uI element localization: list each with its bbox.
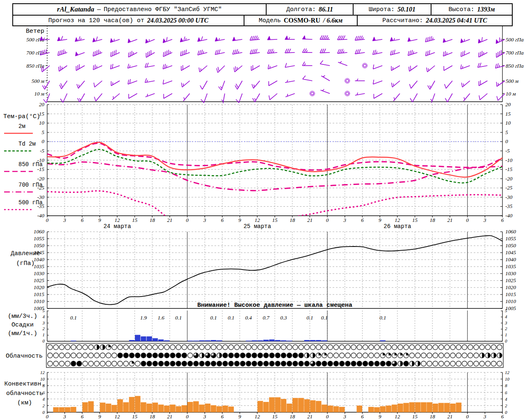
svg-text:0: 0 [326, 217, 329, 223]
svg-text:-40: -40 [505, 212, 513, 219]
svg-text:500 м: 500 м [32, 78, 44, 84]
svg-text:(гПа): (гПа) [16, 260, 34, 267]
svg-text:700 гПа: 700 гПа [506, 50, 524, 56]
svg-text:6: 6 [361, 217, 364, 223]
svg-text:26 марта: 26 марта [383, 223, 411, 230]
precip-bar [71, 341, 76, 341]
svg-text:1.9: 1.9 [140, 315, 147, 321]
convective-bar [368, 407, 374, 412]
svg-text:21: 21 [307, 217, 313, 223]
svg-text:1035: 1035 [505, 263, 516, 269]
svg-text:12: 12 [40, 370, 45, 375]
svg-text:1025: 1025 [34, 277, 45, 283]
svg-text:15: 15 [272, 413, 278, 420]
svg-text:1060: 1060 [34, 228, 45, 235]
svg-text:500 м: 500 м [506, 78, 518, 84]
svg-text:12: 12 [505, 370, 510, 375]
precip-bar [187, 341, 193, 341]
convective-bar [158, 404, 164, 412]
meteogram-page: rAl_Katanda — Предоставлено ФГБУ "ЗапСиб… [0, 0, 525, 420]
svg-text:9: 9 [379, 217, 381, 223]
svg-text:1035: 1035 [34, 263, 45, 269]
precip-panel: 0011223344550.11.91.60.10.10.10.40.70.30… [8, 308, 507, 343]
svg-text:1015: 1015 [505, 291, 516, 297]
svg-text:1020: 1020 [505, 284, 516, 290]
svg-text:-5: -5 [505, 148, 510, 154]
precip-bar [316, 340, 321, 341]
convective-bar [403, 403, 409, 412]
convective-bar [176, 406, 181, 412]
precip-bar [199, 340, 205, 341]
meteogram-svg: Ветер500 гПа500 гПа700 гПа700 гПа850 гПа… [0, 0, 525, 420]
precip-bar [263, 340, 269, 341]
cloud-row-средняя [48, 353, 502, 358]
convective-bar [228, 406, 234, 412]
convective-bar [380, 406, 386, 412]
svg-text:0.1: 0.1 [228, 315, 234, 321]
svg-text:Осадки: Осадки [11, 322, 34, 329]
svg-text:1050: 1050 [34, 242, 45, 249]
svg-text:3: 3 [343, 217, 347, 223]
svg-text:4: 4 [43, 397, 45, 402]
convective-bar [339, 407, 345, 412]
convective-panel: 002244668810101212Конвективн.облачность(… [4, 370, 509, 420]
svg-text:25 марта: 25 марта [244, 223, 271, 230]
svg-text:1025: 1025 [505, 277, 516, 283]
svg-text:Конвективн.: Конвективн. [4, 381, 45, 388]
convective-bar [292, 398, 298, 412]
svg-text:0.3: 0.3 [280, 315, 287, 321]
svg-text:-5: -5 [40, 148, 44, 154]
svg-text:3: 3 [42, 320, 45, 325]
convective-bar [182, 405, 187, 412]
svg-text:Тем-ра(°C): Тем-ра(°C) [3, 113, 40, 120]
convective-bar [100, 403, 105, 412]
svg-text:6: 6 [81, 217, 84, 223]
svg-text:9: 9 [379, 413, 381, 420]
svg-text:850 гПа: 850 гПа [506, 63, 524, 69]
convective-bar [59, 407, 65, 412]
svg-text:(км): (км) [17, 399, 32, 406]
svg-text:10: 10 [505, 120, 511, 126]
svg-text:1010: 1010 [505, 298, 516, 304]
svg-text:Ветер: Ветер [26, 28, 44, 35]
svg-text:21: 21 [167, 413, 172, 420]
svg-text:10 м: 10 м [34, 91, 44, 97]
svg-text:1020: 1020 [34, 284, 45, 290]
svg-text:18: 18 [430, 413, 436, 420]
convective-bar [433, 404, 438, 412]
svg-text:4: 4 [43, 314, 45, 319]
svg-text:21: 21 [447, 413, 452, 420]
convective-bar [374, 407, 380, 412]
convective-bar [88, 401, 94, 412]
convective-bar [187, 402, 193, 412]
convective-bar [456, 403, 461, 412]
svg-text:6: 6 [361, 413, 364, 420]
convective-bar [322, 404, 327, 412]
svg-text:0: 0 [186, 217, 189, 223]
convective-bar [269, 397, 275, 412]
precip-bar [146, 336, 152, 341]
svg-text:5: 5 [505, 129, 508, 135]
svg-text:5: 5 [42, 129, 45, 135]
svg-text:9: 9 [98, 413, 101, 420]
svg-text:-30: -30 [505, 194, 513, 200]
precip-bar [287, 341, 292, 341]
convective-bar [386, 406, 392, 412]
svg-text:0: 0 [466, 413, 469, 420]
svg-text:6: 6 [221, 217, 224, 223]
svg-text:18: 18 [290, 413, 295, 420]
svg-text:850 гПа: 850 гПа [18, 161, 43, 168]
svg-text:1050: 1050 [505, 242, 516, 249]
svg-text:1040: 1040 [34, 256, 45, 262]
svg-text:9: 9 [238, 413, 241, 420]
convective-bar [135, 396, 141, 412]
svg-text:-15: -15 [505, 166, 513, 172]
svg-text:15: 15 [272, 217, 278, 223]
precip-bar [304, 340, 310, 341]
svg-text:Внимание! Высокое давление — ш: Внимание! Высокое давление — шкала смеще… [197, 302, 352, 309]
cloud-row-нижняя [48, 361, 502, 366]
svg-text:1: 1 [43, 332, 45, 337]
svg-text:21: 21 [307, 413, 313, 420]
convective-bar [310, 400, 316, 412]
precip-bar [258, 340, 263, 341]
